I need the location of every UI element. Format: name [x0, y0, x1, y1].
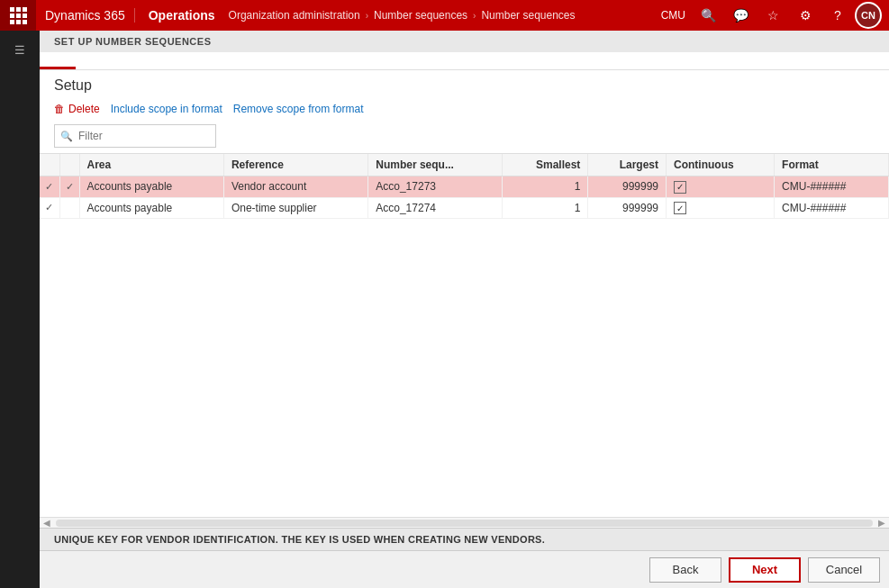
table-row[interactable]: ✓Accounts payableOne-time supplierAcco_1… — [40, 197, 889, 219]
filter-input[interactable] — [78, 130, 204, 142]
row-smallest: 1 — [503, 197, 588, 219]
remove-scope-button[interactable]: Remove scope from format — [233, 101, 364, 117]
brand-operations: Operations — [135, 8, 229, 23]
row-area: Accounts payable — [79, 197, 223, 219]
status-bar: UNIQUE KEY FOR VENDOR IDENTIFICATION. TH… — [40, 528, 889, 550]
filter-input-wrap: 🔍 — [54, 124, 216, 148]
main-container: ☰ SET UP NUMBER SEQUENCES Setup 🗑 Delete… — [0, 31, 889, 588]
row-area: Accounts payable — [79, 176, 223, 198]
breadcrumb-sep2: › — [473, 11, 476, 21]
table-container[interactable]: Area Reference Number sequ... Smallest L… — [40, 153, 889, 517]
col-reference[interactable]: Reference — [223, 154, 367, 176]
breadcrumb-numseq2[interactable]: Number sequences — [481, 9, 575, 22]
tab-1[interactable] — [40, 52, 76, 69]
brand: Dynamics 365 Operations — [36, 0, 229, 31]
include-scope-button[interactable]: Include scope in format — [111, 101, 222, 117]
row-active-check — [59, 197, 79, 219]
table-header-row: Area Reference Number sequ... Smallest L… — [40, 154, 889, 176]
row-format: CMU-###### — [775, 197, 889, 219]
col-smallest[interactable]: Smallest — [503, 154, 588, 176]
col-continuous[interactable]: Continuous — [667, 154, 775, 176]
breadcrumb: Organization administration › Number seq… — [229, 9, 661, 22]
col-check — [40, 154, 59, 176]
horizontal-scrollbar[interactable]: ◀ ▶ — [40, 517, 889, 528]
user-avatar[interactable]: CN — [855, 2, 882, 29]
trash-icon: 🗑 — [54, 103, 65, 115]
breadcrumb-numseq1[interactable]: Number sequences — [374, 9, 467, 22]
search-nav-button[interactable]: 🔍 — [693, 0, 723, 31]
col-format[interactable]: Format — [775, 154, 889, 176]
row-continuous[interactable]: ✓ — [667, 176, 775, 198]
sidebar: ☰ — [0, 31, 40, 588]
app-grid-button[interactable] — [0, 0, 36, 31]
tab-2[interactable] — [76, 52, 112, 69]
row-reference: Vendor account — [223, 176, 367, 198]
toolbar: 🗑 Delete Include scope in format Remove … — [40, 97, 889, 121]
row-largest: 999999 — [588, 197, 667, 219]
number-sequences-table: Area Reference Number sequ... Smallest L… — [40, 154, 889, 219]
row-smallest: 1 — [503, 176, 588, 198]
notifications-button[interactable]: 💬 — [725, 0, 756, 31]
footer: Back Next Cancel — [40, 550, 889, 588]
table-row[interactable]: ✓✓Accounts payableVendor accountAcco_172… — [40, 176, 889, 198]
setup-header: SET UP NUMBER SEQUENCES — [40, 31, 889, 52]
cmu-label: CMU — [661, 9, 685, 22]
row-reference: One-time supplier — [223, 197, 367, 219]
tabs-container — [40, 52, 889, 70]
filter-row: 🔍 — [40, 121, 889, 153]
row-continuous[interactable]: ✓ — [667, 197, 775, 219]
col-active — [59, 154, 79, 176]
top-nav: Dynamics 365 Operations Organization adm… — [0, 0, 889, 31]
help-button[interactable]: ? — [822, 0, 853, 31]
breadcrumb-sep1: › — [366, 11, 368, 21]
row-check[interactable]: ✓ — [40, 197, 59, 219]
favorites-button[interactable]: ☆ — [757, 0, 788, 31]
h-scroll-track — [56, 520, 873, 527]
sidebar-menu-button[interactable]: ☰ — [2, 34, 38, 65]
row-format: CMU-###### — [775, 176, 889, 198]
row-sequence: Acco_17273 — [368, 176, 503, 198]
brand-dynamics365: Dynamics 365 — [36, 8, 135, 23]
col-largest[interactable]: Largest — [588, 154, 667, 176]
grid-icon — [10, 7, 27, 24]
filter-search-icon: 🔍 — [55, 131, 78, 142]
content-area: SET UP NUMBER SEQUENCES Setup 🗑 Delete I… — [40, 31, 889, 588]
col-area[interactable]: Area — [79, 154, 223, 176]
delete-button[interactable]: 🗑 Delete — [54, 101, 100, 117]
row-active-check: ✓ — [59, 176, 79, 198]
row-largest: 999999 — [588, 176, 667, 198]
settings-button[interactable]: ⚙ — [790, 0, 821, 31]
row-sequence: Acco_17274 — [368, 197, 503, 219]
row-check[interactable]: ✓ — [40, 176, 59, 198]
page-title: Setup — [40, 70, 889, 97]
back-button[interactable]: Back — [649, 557, 721, 583]
next-button[interactable]: Next — [729, 557, 801, 583]
tab-3[interactable] — [112, 52, 148, 69]
nav-icons: CMU 🔍 💬 ☆ ⚙ ? CN — [661, 0, 889, 31]
breadcrumb-org[interactable]: Organization administration — [229, 9, 360, 22]
cancel-button[interactable]: Cancel — [808, 557, 880, 583]
col-numseq[interactable]: Number sequ... — [368, 154, 503, 176]
